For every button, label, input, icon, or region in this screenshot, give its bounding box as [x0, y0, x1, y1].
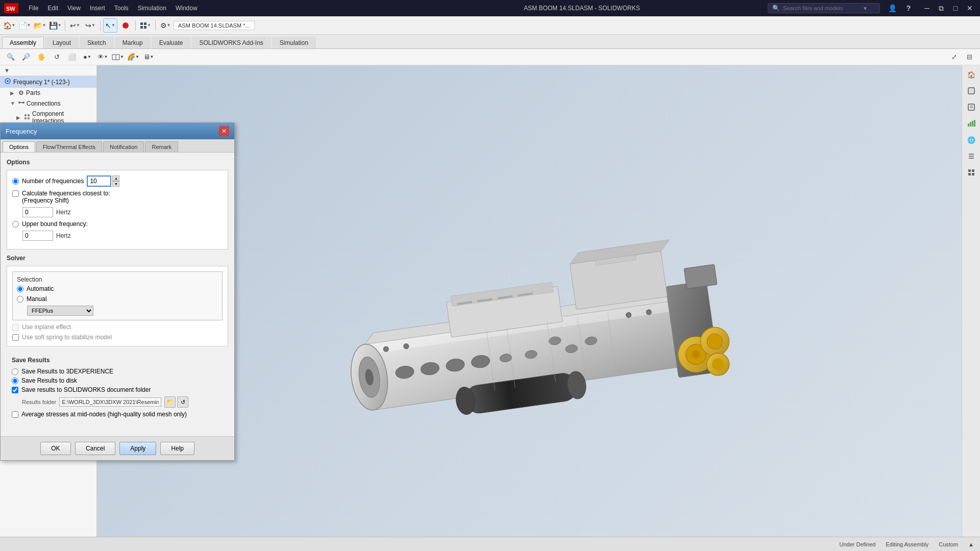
task-pane-sim[interactable]	[964, 116, 978, 131]
asm-filename[interactable]: ASM BOOM 14.SLDASM *...	[174, 21, 255, 30]
restore-button[interactable]: ⧉	[935, 3, 947, 13]
tree-parts-label: Parts	[26, 89, 40, 96]
num-freq-label[interactable]: Number of frequencies	[22, 178, 84, 185]
tab-layout[interactable]: Layout	[45, 37, 79, 48]
avg-stress-checkbox[interactable]	[12, 411, 18, 418]
section-view-btn[interactable]: ▼	[111, 51, 125, 64]
calc-freq-value[interactable]	[22, 207, 53, 217]
tree-parts[interactable]: ▶ ⚙ Parts	[0, 88, 96, 98]
num-freq-radio[interactable]	[12, 178, 19, 185]
save-disk-label[interactable]: Save Results to disk	[21, 377, 77, 384]
dialog-tab-options[interactable]: Options	[3, 141, 35, 152]
ci-expand-icon[interactable]: ▶	[16, 115, 22, 120]
tab-simulation[interactable]: Simulation	[272, 37, 316, 48]
save-3dexp-label[interactable]: Save Results to 3DEXPERIENCE	[21, 368, 113, 375]
parts-expand-icon[interactable]: ▶	[10, 90, 16, 96]
minimize-button[interactable]: ─	[921, 3, 933, 13]
options-button[interactable]: ⚙▼	[158, 18, 173, 33]
help-button[interactable]: Help	[160, 442, 194, 455]
assembly-mgr-button[interactable]: ▼	[138, 18, 153, 33]
browse-folder-button[interactable]: 📁	[164, 396, 176, 408]
dialog-close-button[interactable]: ✕	[219, 126, 229, 136]
auto-solver-label[interactable]: Automatic	[27, 285, 54, 292]
calc-freq-label[interactable]: Calculate frequencies closest to: (Frequ…	[22, 190, 110, 204]
menu-view[interactable]: View	[63, 3, 85, 14]
view-orient-btn[interactable]: ⬜	[65, 51, 79, 64]
tab-markup[interactable]: Markup	[115, 37, 151, 48]
dialog-tab-notification[interactable]: Notification	[103, 141, 144, 152]
menu-simulation[interactable]: Simulation	[134, 3, 170, 14]
home-button[interactable]: 🏠▼	[2, 18, 16, 33]
save-sw-label[interactable]: Save results to SOLIDWORKS document fold…	[21, 386, 151, 393]
split-btn[interactable]: ⊟	[963, 51, 976, 64]
menu-file[interactable]: File	[24, 3, 42, 14]
tab-addins[interactable]: SOLIDWORKS Add-Ins	[191, 37, 271, 48]
freq-down-button[interactable]: ▼	[112, 181, 119, 187]
display-style-btn[interactable]: ●▼	[81, 51, 94, 64]
new-button[interactable]: 📄▼	[17, 18, 32, 33]
display-mgr-btn[interactable]: 🖥▼	[142, 51, 155, 64]
dialog-tab-remark[interactable]: Remark	[145, 141, 178, 152]
task-pane-globe[interactable]: 🌐	[964, 133, 978, 147]
expand-btn[interactable]: ⤢	[947, 51, 961, 64]
redo-button[interactable]: ↪▼	[83, 18, 97, 33]
task-pane-custom[interactable]	[964, 165, 978, 180]
hide-show-btn[interactable]: 👁▼	[96, 51, 109, 64]
save-3dexp-radio[interactable]	[12, 368, 18, 375]
menu-edit[interactable]: Edit	[43, 3, 62, 14]
menu-tools[interactable]: Tools	[110, 3, 133, 14]
soft-spring-checkbox[interactable]	[12, 334, 19, 341]
upper-bound-label[interactable]: Upper bound frequency:	[22, 220, 88, 228]
soft-spring-label[interactable]: Use soft spring to stabilize model	[22, 334, 112, 341]
num-freq-input[interactable]	[87, 176, 111, 187]
help-icon[interactable]: ?	[902, 3, 915, 13]
menu-insert[interactable]: Insert	[86, 3, 109, 14]
close-button[interactable]: ✕	[964, 3, 976, 13]
red-sphere-button[interactable]	[118, 18, 133, 33]
tab-evaluate[interactable]: Evaluate	[152, 37, 191, 48]
save-button[interactable]: 💾▼	[48, 18, 62, 33]
manual-solver-radio[interactable]	[17, 296, 23, 303]
task-pane-appearances[interactable]	[964, 84, 978, 98]
save-disk-radio[interactable]	[12, 378, 18, 384]
tree-connections[interactable]: ▼ Connections	[0, 98, 96, 109]
connections-expand-icon[interactable]: ▼	[10, 101, 16, 106]
svg-rect-72	[968, 104, 974, 110]
auto-solver-radio[interactable]	[17, 286, 23, 292]
pan-btn[interactable]: 🖐	[35, 51, 48, 64]
undo-button[interactable]: ↩▼	[68, 18, 82, 33]
upper-freq-radio[interactable]	[12, 221, 19, 228]
select-button[interactable]: ↖▼	[103, 18, 117, 33]
search-input[interactable]	[783, 5, 860, 11]
view-settings-btn[interactable]: 🌈▼	[127, 51, 140, 64]
upper-bound-value[interactable]	[22, 231, 53, 241]
zoom-in-btn[interactable]: 🔎	[19, 51, 33, 64]
refresh-folder-button[interactable]: ↺	[177, 396, 188, 408]
menu-window[interactable]: Window	[172, 3, 202, 14]
task-pane-home[interactable]: 🏠	[964, 67, 978, 82]
open-button[interactable]: 📂▼	[33, 18, 47, 33]
rotate-btn[interactable]: ↺	[50, 51, 63, 64]
apply-button[interactable]: Apply	[119, 442, 156, 455]
tab-sketch[interactable]: Sketch	[80, 37, 114, 48]
status-dropdown[interactable]: ▲	[968, 541, 974, 547]
tab-assembly[interactable]: Assembly	[2, 37, 44, 48]
cancel-button[interactable]: Cancel	[75, 442, 115, 455]
task-pane-explore[interactable]	[964, 100, 978, 114]
manual-solver-label[interactable]: Manual	[27, 295, 46, 303]
solver-select[interactable]: FFEPlus	[27, 306, 93, 316]
restore2-button[interactable]: □	[949, 3, 962, 13]
zoom-to-fit-btn[interactable]: 🔍	[4, 51, 17, 64]
search-dropdown-icon[interactable]: ▼	[863, 6, 868, 11]
dialog-tab-flow[interactable]: Flow/Thermal Effects	[36, 141, 102, 152]
task-pane-list[interactable]	[964, 149, 978, 163]
user-icon[interactable]: 👤	[886, 3, 898, 13]
avg-stress-label[interactable]: Average stresses at mid-nodes (high-qual…	[21, 411, 187, 418]
search-box[interactable]: 🔍 ▼	[768, 3, 880, 13]
freq-up-button[interactable]: ▲	[112, 176, 119, 181]
save-sw-checkbox[interactable]	[12, 387, 18, 393]
results-folder-input[interactable]	[59, 397, 161, 407]
ok-button[interactable]: OK	[40, 442, 71, 455]
calc-freq-checkbox[interactable]	[12, 190, 19, 197]
tree-root[interactable]: Frequency 1* (-123-)	[0, 76, 96, 88]
